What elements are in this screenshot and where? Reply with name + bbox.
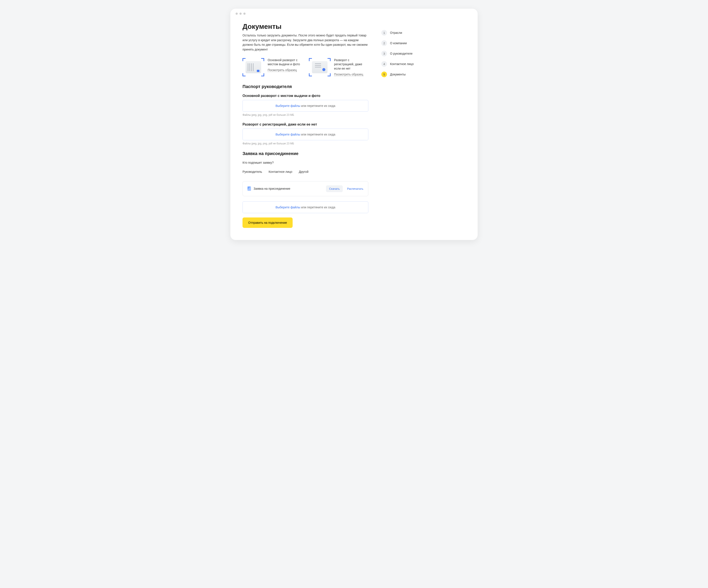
tab-contact-person[interactable]: Контактное лицо xyxy=(269,169,292,175)
example-thumb-registration xyxy=(309,58,331,76)
step-item-1[interactable]: 1Отрасли xyxy=(381,30,466,36)
page-title: Документы xyxy=(242,23,368,31)
submit-button[interactable]: Отправить на подключение xyxy=(242,217,293,228)
application-doc-name: Заявка на присоединение xyxy=(254,187,323,190)
drag-files-label: или перетяните их сюда xyxy=(300,104,335,107)
upload-registration-dropzone[interactable]: Выберите файлы или перетяните их сюда xyxy=(242,129,368,140)
step-item-2[interactable]: 2О компании xyxy=(381,40,466,46)
window-control-close[interactable] xyxy=(236,12,238,15)
drag-files-label: или перетяните их сюда xyxy=(300,206,335,209)
step-label: Отрасли xyxy=(390,31,402,34)
step-number: 2 xyxy=(381,40,387,46)
example-main-spread: Основной разворот с местом выдачи и фото… xyxy=(242,58,302,76)
step-label: О руководителе xyxy=(390,52,413,55)
step-label: Контактное лицо xyxy=(390,62,414,66)
document-icon xyxy=(247,186,251,191)
download-button[interactable]: Скачать xyxy=(326,185,343,192)
step-label: О компании xyxy=(390,41,407,45)
upload-main-dropzone[interactable]: Выберите файлы или перетяните их сюда xyxy=(242,100,368,112)
titlebar xyxy=(230,9,478,19)
step-number: 5 xyxy=(381,71,387,77)
step-number: 3 xyxy=(381,51,387,56)
signer-tabs: Руководитель Контактное лицо Другой xyxy=(242,169,368,175)
view-sample-main-link[interactable]: Посмотреть образец xyxy=(268,68,297,72)
drag-files-label: или перетяните их сюда xyxy=(300,133,335,136)
steps-sidebar: 1Отрасли2О компании3О руководителе4Конта… xyxy=(381,23,466,228)
example-thumb-main xyxy=(242,58,264,76)
select-files-label: Выберите файлы xyxy=(275,133,300,136)
print-link[interactable]: Распечатать xyxy=(347,187,363,190)
step-item-4[interactable]: 4Контактное лицо xyxy=(381,61,466,67)
passport-illustration-icon xyxy=(245,61,261,73)
tab-other[interactable]: Другой xyxy=(299,169,308,175)
upload-main-title: Основной разворот с местом выдачи и фото xyxy=(242,94,368,98)
step-number: 4 xyxy=(381,61,387,67)
signer-question: Кто подпишет заявку? xyxy=(242,161,368,164)
example-registration-label: Разворот с регистрацией, даже если ее не… xyxy=(334,58,368,71)
upload-main-hint: Файлы jpeg, jpg, png, pdf не больше 23 М… xyxy=(242,114,368,117)
example-registration-spread: Разворот с регистрацией, даже если ее не… xyxy=(309,58,368,76)
upload-application-dropzone[interactable]: Выберите файлы или перетяните их сюда xyxy=(242,202,368,213)
examples-row: Основной разворот с местом выдачи и фото… xyxy=(242,58,368,76)
select-files-label: Выберите файлы xyxy=(275,104,300,107)
application-doc-card: Заявка на присоединение Скачать Распечат… xyxy=(242,181,368,196)
tab-director[interactable]: Руководитель xyxy=(242,169,262,175)
select-files-label: Выберите файлы xyxy=(275,206,300,209)
step-label: Документы xyxy=(390,73,406,76)
upload-registration-hint: Файлы jpeg, jpg, png, pdf не больше 23 М… xyxy=(242,142,368,145)
step-item-5[interactable]: 5Документы xyxy=(381,71,466,77)
step-item-3[interactable]: 3О руководителе xyxy=(381,51,466,56)
upload-registration-title: Разворот с регистрацией, даже если ее не… xyxy=(242,123,368,126)
example-main-label: Основной разворот с местом выдачи и фото xyxy=(268,58,302,67)
page-intro: Осталось только загрузить документы. Пос… xyxy=(242,33,368,52)
window-control-maximize[interactable] xyxy=(243,12,245,15)
passport-heading: Паспорт руководителя xyxy=(242,84,368,89)
app-window: Документы Осталось только загрузить доку… xyxy=(230,9,478,240)
main-content: Документы Осталось только загрузить доку… xyxy=(242,23,368,228)
window-control-minimize[interactable] xyxy=(239,12,242,15)
view-sample-registration-link[interactable]: Посмотреть образец xyxy=(334,73,363,76)
application-heading: Заявка на присоединение xyxy=(242,151,368,156)
registration-illustration-icon xyxy=(312,61,328,73)
step-number: 1 xyxy=(381,30,387,36)
